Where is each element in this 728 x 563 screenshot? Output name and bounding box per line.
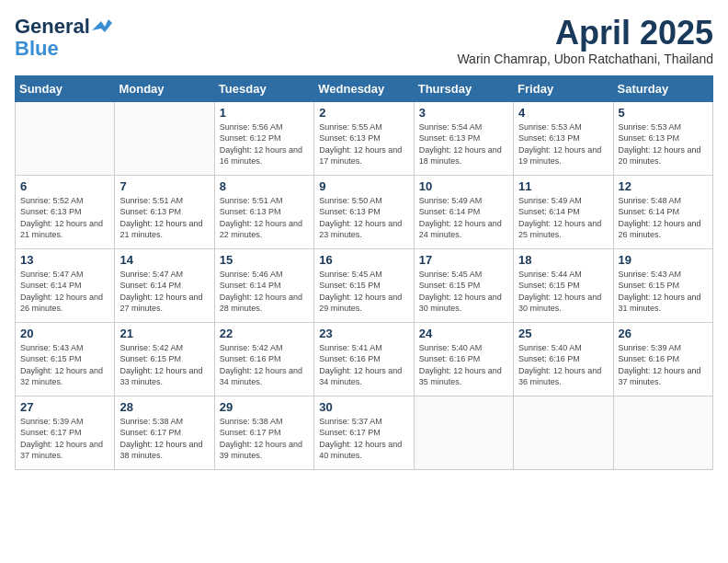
day-number: 24 (419, 327, 508, 340)
day-info: Sunrise: 5:40 AM Sunset: 6:16 PM Dayligh… (419, 342, 508, 388)
calendar-cell: 14Sunrise: 5:47 AM Sunset: 6:14 PM Dayli… (115, 248, 214, 322)
calendar-cell (414, 396, 513, 469)
day-number: 19 (619, 253, 708, 267)
svg-marker-0 (92, 19, 112, 32)
calendar-cell: 18Sunrise: 5:44 AM Sunset: 6:15 PM Dayli… (514, 248, 613, 322)
day-number: 3 (419, 106, 508, 120)
calendar-cell: 30Sunrise: 5:37 AM Sunset: 6:17 PM Dayli… (314, 396, 414, 469)
day-number: 20 (20, 327, 109, 340)
day-info: Sunrise: 5:55 AM Sunset: 6:13 PM Dayligh… (319, 121, 408, 167)
day-info: Sunrise: 5:46 AM Sunset: 6:14 PM Dayligh… (220, 269, 309, 315)
weekday-sunday: Sunday (16, 75, 115, 101)
day-number: 29 (220, 400, 309, 414)
day-info: Sunrise: 5:50 AM Sunset: 6:13 PM Dayligh… (319, 195, 408, 241)
day-info: Sunrise: 5:38 AM Sunset: 6:17 PM Dayligh… (119, 416, 209, 462)
day-info: Sunrise: 5:48 AM Sunset: 6:14 PM Dayligh… (619, 195, 708, 241)
day-info: Sunrise: 5:53 AM Sunset: 6:13 PM Dayligh… (619, 121, 708, 167)
logo: General Blue (15, 15, 112, 61)
day-number: 6 (20, 179, 109, 193)
weekday-monday: Monday (115, 75, 214, 101)
calendar-cell: 26Sunrise: 5:39 AM Sunset: 6:16 PM Dayli… (613, 322, 712, 396)
location-title: Warin Chamrap, Ubon Ratchathani, Thailan… (457, 52, 713, 66)
weekday-tuesday: Tuesday (214, 75, 313, 101)
weekday-wednesday: Wednesday (314, 75, 414, 101)
day-info: Sunrise: 5:49 AM Sunset: 6:14 PM Dayligh… (518, 195, 608, 241)
logo-text-general: General (15, 15, 90, 39)
day-number: 12 (619, 179, 708, 193)
day-info: Sunrise: 5:47 AM Sunset: 6:14 PM Dayligh… (119, 269, 209, 315)
day-info: Sunrise: 5:39 AM Sunset: 6:17 PM Dayligh… (20, 416, 109, 462)
day-number: 9 (319, 179, 408, 193)
calendar-cell: 5Sunrise: 5:53 AM Sunset: 6:13 PM Daylig… (613, 101, 712, 175)
day-number: 26 (619, 327, 708, 340)
calendar-cell: 25Sunrise: 5:40 AM Sunset: 6:16 PM Dayli… (514, 322, 613, 396)
calendar-cell: 21Sunrise: 5:42 AM Sunset: 6:15 PM Dayli… (115, 322, 214, 396)
day-number: 4 (518, 106, 608, 120)
day-info: Sunrise: 5:49 AM Sunset: 6:14 PM Dayligh… (419, 195, 508, 241)
week-row-5: 27Sunrise: 5:39 AM Sunset: 6:17 PM Dayli… (16, 396, 713, 469)
calendar-cell: 15Sunrise: 5:46 AM Sunset: 6:14 PM Dayli… (214, 248, 313, 322)
calendar-cell: 10Sunrise: 5:49 AM Sunset: 6:14 PM Dayli… (414, 175, 513, 248)
calendar-cell: 2Sunrise: 5:55 AM Sunset: 6:13 PM Daylig… (314, 101, 414, 175)
calendar-cell: 16Sunrise: 5:45 AM Sunset: 6:15 PM Dayli… (314, 248, 414, 322)
day-number: 1 (220, 106, 309, 120)
calendar-cell: 4Sunrise: 5:53 AM Sunset: 6:13 PM Daylig… (514, 101, 613, 175)
calendar-cell: 29Sunrise: 5:38 AM Sunset: 6:17 PM Dayli… (214, 396, 313, 469)
title-area: April 2025 Warin Chamrap, Ubon Ratchatha… (457, 15, 713, 66)
day-info: Sunrise: 5:43 AM Sunset: 6:15 PM Dayligh… (20, 342, 109, 388)
day-info: Sunrise: 5:39 AM Sunset: 6:16 PM Dayligh… (619, 342, 708, 388)
day-number: 23 (319, 327, 408, 340)
calendar-cell: 27Sunrise: 5:39 AM Sunset: 6:17 PM Dayli… (16, 396, 115, 469)
calendar-cell: 24Sunrise: 5:40 AM Sunset: 6:16 PM Dayli… (414, 322, 513, 396)
day-info: Sunrise: 5:54 AM Sunset: 6:13 PM Dayligh… (419, 121, 508, 167)
day-number: 5 (619, 106, 708, 120)
calendar-cell: 19Sunrise: 5:43 AM Sunset: 6:15 PM Dayli… (613, 248, 712, 322)
day-number: 11 (518, 179, 608, 193)
day-number: 7 (119, 179, 209, 193)
calendar-cell: 17Sunrise: 5:45 AM Sunset: 6:15 PM Dayli… (414, 248, 513, 322)
calendar-cell: 8Sunrise: 5:51 AM Sunset: 6:13 PM Daylig… (214, 175, 313, 248)
calendar-cell: 22Sunrise: 5:42 AM Sunset: 6:16 PM Dayli… (214, 322, 313, 396)
calendar-table: SundayMondayTuesdayWednesdayThursdayFrid… (15, 75, 713, 470)
calendar-cell: 6Sunrise: 5:52 AM Sunset: 6:13 PM Daylig… (16, 175, 115, 248)
weekday-header-row: SundayMondayTuesdayWednesdayThursdayFrid… (16, 75, 713, 101)
day-number: 10 (419, 179, 508, 193)
calendar-cell: 3Sunrise: 5:54 AM Sunset: 6:13 PM Daylig… (414, 101, 513, 175)
day-info: Sunrise: 5:53 AM Sunset: 6:13 PM Dayligh… (518, 121, 608, 167)
week-row-1: 1Sunrise: 5:56 AM Sunset: 6:12 PM Daylig… (16, 101, 713, 175)
day-number: 14 (119, 253, 209, 267)
day-info: Sunrise: 5:44 AM Sunset: 6:15 PM Dayligh… (518, 269, 608, 315)
day-info: Sunrise: 5:51 AM Sunset: 6:13 PM Dayligh… (220, 195, 309, 241)
day-info: Sunrise: 5:47 AM Sunset: 6:14 PM Dayligh… (20, 269, 109, 315)
calendar-cell: 1Sunrise: 5:56 AM Sunset: 6:12 PM Daylig… (214, 101, 313, 175)
calendar-cell (115, 101, 214, 175)
page-header: General Blue April 2025 Warin Chamrap, U… (15, 15, 713, 66)
day-number: 13 (20, 253, 109, 267)
day-info: Sunrise: 5:40 AM Sunset: 6:16 PM Dayligh… (518, 342, 608, 388)
week-row-3: 13Sunrise: 5:47 AM Sunset: 6:14 PM Dayli… (16, 248, 713, 322)
day-number: 18 (518, 253, 608, 267)
day-info: Sunrise: 5:45 AM Sunset: 6:15 PM Dayligh… (419, 269, 508, 315)
day-number: 2 (319, 106, 408, 120)
day-info: Sunrise: 5:52 AM Sunset: 6:13 PM Dayligh… (20, 195, 109, 241)
day-info: Sunrise: 5:43 AM Sunset: 6:15 PM Dayligh… (619, 269, 708, 315)
day-number: 16 (319, 253, 408, 267)
day-number: 22 (220, 327, 309, 340)
day-number: 28 (119, 400, 209, 414)
day-info: Sunrise: 5:51 AM Sunset: 6:13 PM Dayligh… (119, 195, 209, 241)
logo-text-blue: Blue (15, 37, 59, 60)
day-number: 8 (220, 179, 309, 193)
day-info: Sunrise: 5:56 AM Sunset: 6:12 PM Dayligh… (220, 121, 309, 167)
day-info: Sunrise: 5:42 AM Sunset: 6:16 PM Dayligh… (220, 342, 309, 388)
day-info: Sunrise: 5:41 AM Sunset: 6:16 PM Dayligh… (319, 342, 408, 388)
day-number: 21 (119, 327, 209, 340)
day-info: Sunrise: 5:38 AM Sunset: 6:17 PM Dayligh… (220, 416, 309, 462)
day-number: 25 (518, 327, 608, 340)
day-number: 30 (319, 400, 408, 414)
calendar-cell: 11Sunrise: 5:49 AM Sunset: 6:14 PM Dayli… (514, 175, 613, 248)
week-row-4: 20Sunrise: 5:43 AM Sunset: 6:15 PM Dayli… (16, 322, 713, 396)
day-info: Sunrise: 5:42 AM Sunset: 6:15 PM Dayligh… (119, 342, 209, 388)
month-title: April 2025 (457, 15, 713, 52)
calendar-cell (514, 396, 613, 469)
calendar-cell (613, 396, 712, 469)
